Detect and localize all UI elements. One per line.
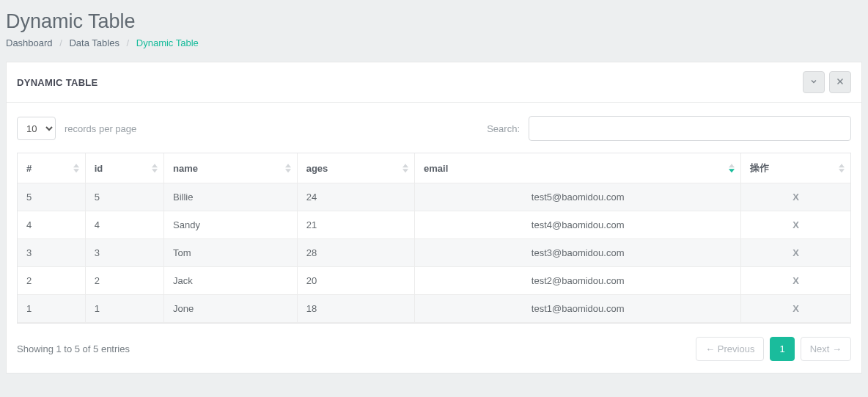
cell-id: 3 (85, 239, 163, 267)
cell-id: 5 (85, 183, 163, 211)
cell-id: 1 (85, 295, 163, 323)
cell-ages: 28 (297, 239, 414, 267)
cell-num: 5 (18, 183, 85, 211)
breadcrumb: Dashboard / Data Tables / Dynamic Table (6, 37, 862, 48)
table-row: 33Tom28test3@baomidou.comX (18, 239, 850, 267)
panel: DYNAMIC TABLE 10 (6, 62, 862, 374)
delete-button[interactable]: X (740, 211, 850, 239)
column-header-label: # (26, 163, 32, 174)
cell-num: 1 (18, 295, 85, 323)
delete-button[interactable]: X (740, 267, 850, 295)
sort-icon (73, 164, 79, 172)
cell-email: test5@baomidou.com (414, 183, 740, 211)
page-title: Dynamic Table (6, 10, 862, 33)
breadcrumb-sep-icon: / (55, 37, 67, 48)
column-header[interactable]: 操作 (740, 153, 850, 183)
cell-email: test3@baomidou.com (414, 239, 740, 267)
table-info: Showing 1 to 5 of 5 entries (17, 343, 130, 354)
delete-button[interactable]: X (740, 183, 850, 211)
sort-icon (285, 164, 291, 172)
cell-email: test4@baomidou.com (414, 211, 740, 239)
cell-name: Billie (163, 183, 297, 211)
cell-name: Tom (163, 239, 297, 267)
column-header[interactable]: name (163, 153, 297, 183)
cell-email: test1@baomidou.com (414, 295, 740, 323)
next-page-button[interactable]: Next → (801, 337, 851, 361)
column-header[interactable]: id (85, 153, 163, 183)
column-header[interactable]: ages (297, 153, 414, 183)
breadcrumb-sep-icon: / (122, 37, 134, 48)
sort-icon (152, 164, 158, 172)
cell-num: 4 (18, 211, 85, 239)
page-length-label: records per page (65, 123, 136, 134)
cell-num: 3 (18, 239, 85, 267)
breadcrumb-item-dashboard[interactable]: Dashboard (6, 37, 53, 48)
delete-button[interactable]: X (740, 239, 850, 267)
close-icon (836, 77, 845, 88)
collapse-button[interactable] (803, 71, 825, 93)
panel-title: DYNAMIC TABLE (17, 77, 98, 88)
column-header-label: email (424, 163, 448, 174)
delete-button[interactable]: X (740, 295, 850, 323)
breadcrumb-item-datatables[interactable]: Data Tables (69, 37, 119, 48)
search-input[interactable] (529, 116, 851, 141)
page-number-button[interactable]: 1 (770, 337, 794, 361)
sort-icon (729, 164, 735, 172)
table-row: 55Billie24test5@baomidou.comX (18, 183, 850, 211)
column-header-label: id (95, 163, 103, 174)
table-row: 44Sandy21test4@baomidou.comX (18, 211, 850, 239)
cell-name: Jone (163, 295, 297, 323)
data-table: #idnameagesemail操作 55Billie24test5@baomi… (17, 153, 851, 324)
prev-page-button[interactable]: ← Previous (696, 337, 764, 361)
table-row: 22Jack20test2@baomidou.comX (18, 267, 850, 295)
cell-name: Sandy (163, 211, 297, 239)
sort-icon (839, 164, 845, 172)
cell-ages: 20 (297, 267, 414, 295)
cell-id: 4 (85, 211, 163, 239)
cell-num: 2 (18, 267, 85, 295)
cell-email: test2@baomidou.com (414, 267, 740, 295)
breadcrumb-item-current: Dynamic Table (136, 37, 199, 48)
cell-ages: 24 (297, 183, 414, 211)
page-length-select[interactable]: 10 (17, 117, 56, 140)
column-header-label: ages (306, 163, 328, 174)
column-header-label: 操作 (750, 162, 769, 173)
cell-id: 2 (85, 267, 163, 295)
column-header[interactable]: email (414, 153, 740, 183)
table-row: 11Jone18test1@baomidou.comX (18, 295, 850, 323)
cell-ages: 18 (297, 295, 414, 323)
column-header[interactable]: # (18, 153, 85, 183)
column-header-label: name (173, 163, 198, 174)
cell-name: Jack (163, 267, 297, 295)
close-button[interactable] (829, 71, 851, 93)
chevron-down-icon (809, 77, 818, 88)
search-label: Search: (487, 123, 520, 134)
cell-ages: 21 (297, 211, 414, 239)
pagination: ← Previous 1 Next → (696, 337, 851, 361)
sort-icon (402, 164, 408, 172)
